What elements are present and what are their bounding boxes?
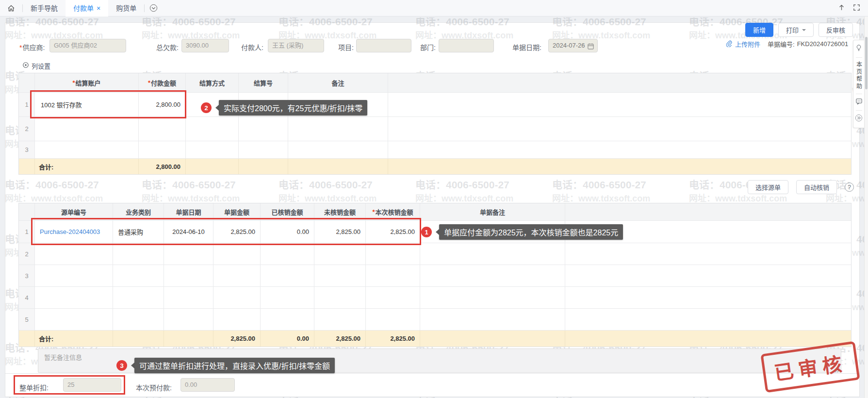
total-empty bbox=[565, 331, 851, 347]
settle-no-cell[interactable] bbox=[239, 117, 288, 141]
source-no-cell[interactable] bbox=[35, 243, 113, 265]
auto-writeoff-button[interactable]: 自动核销 bbox=[796, 180, 837, 194]
print-button[interactable]: 打印 bbox=[778, 23, 814, 37]
source-doc-link[interactable]: Purchase-202404003 bbox=[40, 228, 100, 235]
biz-type-cell: 普通采购 bbox=[113, 221, 164, 243]
department-field[interactable] bbox=[439, 39, 494, 52]
source-row-4[interactable]: 4 bbox=[19, 287, 851, 309]
current-writeoff-cell[interactable] bbox=[366, 287, 420, 308]
amount-cell[interactable]: 2,800.00 bbox=[139, 93, 186, 116]
doc-remark-cell[interactable] bbox=[420, 265, 565, 286]
source-no-cell[interactable] bbox=[35, 265, 113, 286]
doc-remark-cell[interactable] bbox=[420, 287, 565, 308]
payer-field[interactable]: 王五 (采购) bbox=[268, 39, 324, 52]
current-writeoff-cell[interactable]: 2,825.00 bbox=[366, 221, 420, 243]
whole-discount-field[interactable]: 25 bbox=[63, 378, 121, 392]
source-header-row: 源单编号 业务类别 单据日期 单据金额 已核销金额 未核销金额 *本次核销金额 … bbox=[19, 203, 851, 221]
biz-type-cell[interactable] bbox=[113, 287, 164, 308]
callout-number: 2 bbox=[201, 102, 212, 113]
settlement-row-3[interactable]: 3 bbox=[19, 141, 851, 159]
doc-date-cell[interactable] bbox=[164, 287, 213, 308]
doc-amount-cell[interactable] bbox=[213, 265, 261, 286]
remark-cell[interactable] bbox=[288, 141, 388, 158]
written-off-cell[interactable] bbox=[261, 265, 314, 286]
settlement-row-1[interactable]: 1 1002 银行存款 2,800.00 bbox=[19, 93, 851, 117]
current-writeoff-cell[interactable] bbox=[366, 265, 420, 286]
total-debt-field[interactable]: 3090.00 bbox=[181, 39, 229, 52]
doc-date-cell[interactable] bbox=[164, 265, 213, 286]
payer-label: 付款人: bbox=[241, 42, 263, 52]
biz-type-cell[interactable] bbox=[113, 265, 164, 286]
settle-no-cell[interactable] bbox=[239, 141, 288, 158]
tab-newbie-nav[interactable]: 新手导航 bbox=[23, 0, 66, 17]
doc-date-cell[interactable] bbox=[164, 243, 213, 265]
unwritten-cell[interactable] bbox=[314, 265, 366, 286]
collapse-chevrons-icon[interactable] bbox=[855, 114, 863, 124]
written-off-cell[interactable] bbox=[261, 243, 314, 265]
add-button[interactable]: 新增 bbox=[745, 23, 773, 37]
tab-purchase-order[interactable]: 购货单 bbox=[108, 0, 144, 17]
vertical-scrollbar[interactable] bbox=[864, 17, 868, 398]
amount-cell[interactable] bbox=[139, 117, 186, 141]
method-cell[interactable] bbox=[186, 141, 239, 158]
doc-date-field[interactable]: 2024-07-26 bbox=[548, 39, 598, 52]
unapprove-button[interactable]: 反审核 bbox=[819, 23, 853, 37]
feedback-message-icon[interactable] bbox=[855, 98, 863, 107]
total-empty bbox=[113, 331, 164, 347]
col-doc-amount: 单据金额 bbox=[213, 203, 261, 220]
tab-payment-voucher[interactable]: 付款单 × bbox=[66, 0, 108, 17]
current-writeoff-cell[interactable] bbox=[366, 243, 420, 265]
total-empty bbox=[239, 159, 288, 174]
account-cell[interactable]: 1002 银行存款 bbox=[35, 93, 139, 116]
help-icon[interactable]: ? bbox=[845, 182, 854, 192]
source-row-3[interactable]: 3 bbox=[19, 265, 851, 287]
rownum-header bbox=[19, 73, 35, 92]
biz-type-cell[interactable] bbox=[113, 243, 164, 265]
column-settings-button[interactable]: 列设置 bbox=[22, 61, 50, 70]
account-cell[interactable] bbox=[35, 141, 139, 158]
calendar-icon[interactable] bbox=[587, 42, 594, 54]
upload-attachment-link[interactable]: 上传附件 bbox=[735, 39, 760, 49]
select-source-button[interactable]: 选择源单 bbox=[748, 180, 788, 194]
account-cell[interactable] bbox=[35, 117, 139, 141]
source-row-5[interactable]: 5 bbox=[19, 309, 851, 331]
doc-remark-cell[interactable] bbox=[420, 309, 565, 330]
doc-amount-cell[interactable] bbox=[213, 309, 261, 330]
tab-list-dropdown-icon[interactable] bbox=[149, 4, 158, 12]
scroll-top-icon[interactable] bbox=[838, 4, 845, 13]
source-row-2[interactable]: 2 bbox=[19, 243, 851, 265]
callout-text: 实际支付2800元，有25元优惠/折扣/抹零 bbox=[219, 100, 367, 116]
written-off-cell[interactable] bbox=[261, 287, 314, 308]
total-unwritten: 2,825.00 bbox=[314, 331, 366, 347]
select-source-label: 选择源单 bbox=[755, 182, 781, 192]
fullscreen-icon[interactable] bbox=[853, 4, 860, 13]
doc-amount-cell: 2,825.00 bbox=[213, 221, 261, 243]
footer-divider bbox=[5, 373, 859, 374]
doc-amount-cell[interactable] bbox=[213, 243, 261, 265]
written-off-cell[interactable] bbox=[261, 309, 314, 330]
col-settle-no: 结算号 bbox=[239, 73, 288, 92]
doc-amount-cell[interactable] bbox=[213, 287, 261, 308]
unwritten-cell[interactable] bbox=[314, 287, 366, 308]
source-no-cell[interactable] bbox=[35, 287, 113, 308]
lightbulb-icon[interactable] bbox=[855, 44, 862, 54]
page-help-label[interactable]: 本页帮助 bbox=[855, 61, 863, 90]
project-field[interactable] bbox=[356, 39, 411, 52]
settlement-row-2[interactable]: 2 bbox=[19, 117, 851, 141]
supplier-field[interactable]: G005 供应商02 bbox=[49, 39, 126, 52]
current-writeoff-cell[interactable] bbox=[366, 309, 420, 330]
unwritten-cell[interactable] bbox=[314, 309, 366, 330]
remark-cell[interactable] bbox=[288, 117, 388, 141]
biz-type-cell[interactable] bbox=[113, 309, 164, 330]
doc-remark-cell[interactable] bbox=[420, 243, 565, 265]
close-tab-icon[interactable]: × bbox=[97, 0, 100, 17]
method-cell[interactable] bbox=[186, 117, 239, 141]
unwritten-cell[interactable] bbox=[314, 243, 366, 265]
home-icon[interactable] bbox=[0, 4, 22, 12]
prepaid-field[interactable]: 0.00 bbox=[180, 378, 235, 392]
amount-cell[interactable] bbox=[139, 141, 186, 158]
col-pay-amount: *付款金额 bbox=[139, 73, 186, 92]
doc-date-cell[interactable] bbox=[164, 309, 213, 330]
scrollbar-thumb[interactable] bbox=[865, 37, 868, 89]
source-no-cell[interactable] bbox=[35, 309, 113, 330]
